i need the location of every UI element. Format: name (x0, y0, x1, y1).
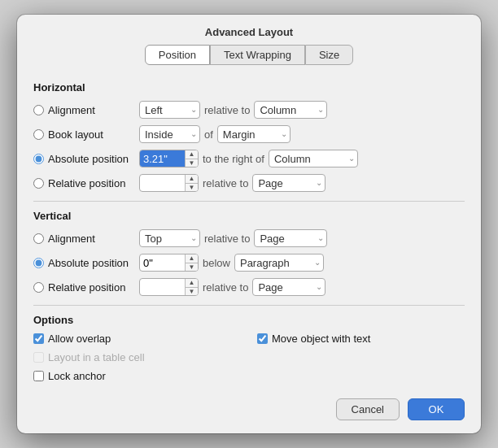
h-absolute-radio-label[interactable]: Absolute position (33, 153, 139, 165)
alignment-value-select[interactable]: LeftCenterRight (139, 101, 200, 119)
h-relative-position-row: Relative position ▲ ▼ relative to PageMa… (33, 173, 465, 193)
alignment-select[interactable]: LeftCenterRight (139, 101, 200, 119)
alignment-radio[interactable] (33, 105, 44, 115)
v-absolute-label: Absolute position (48, 257, 129, 269)
layout-table-cell-text: Layout in a table cell (48, 351, 145, 363)
h-relative-label: Relative position (48, 177, 125, 189)
v-absolute-spinner[interactable]: ▲ ▼ (139, 254, 199, 272)
options-left-col: Allow overlap Layout in a table cell Loc… (33, 333, 241, 382)
tab-text-wrapping[interactable]: Text Wrapping (210, 45, 305, 65)
lock-anchor-label[interactable]: Lock anchor (33, 370, 241, 382)
cancel-button[interactable]: Cancel (336, 398, 400, 420)
h-relative-to-select[interactable]: PageMargin (252, 174, 325, 192)
layout-table-cell-checkbox[interactable] (33, 352, 44, 363)
alignment-relative-select[interactable]: ColumnMarginPage (254, 101, 327, 119)
h-absolute-right-label: to the right of (203, 153, 264, 165)
v-alignment-relative-select[interactable]: PageMargin (254, 229, 327, 247)
v-absolute-below-value[interactable]: ParagraphMarginPage (234, 254, 324, 272)
h-absolute-right-value[interactable]: ColumnMarginPage (269, 150, 358, 167)
book-layout-label: Book layout (48, 128, 103, 141)
v-absolute-position-row: Absolute position ▲ ▼ below ParagraphMar… (33, 253, 465, 272)
h-absolute-arrows[interactable]: ▲ ▼ (185, 150, 198, 167)
h-relative-to-value[interactable]: PageMargin (252, 174, 325, 192)
book-layout-radio[interactable] (33, 129, 44, 140)
h-absolute-radio[interactable] (33, 154, 44, 164)
v-alignment-row: Alignment TopCenterBottom relative to Pa… (33, 228, 465, 248)
v-absolute-arrows[interactable]: ▲ ▼ (185, 254, 198, 272)
allow-overlap-label[interactable]: Allow overlap (33, 333, 241, 345)
book-layout-of-select[interactable]: MarginPage (217, 125, 290, 143)
dialog-title: Advanced Layout (17, 15, 481, 45)
move-object-text: Move object with text (272, 333, 370, 345)
h-absolute-position-row: Absolute position ▲ ▼ to the right of Co… (33, 149, 465, 168)
h-absolute-right-select[interactable]: ColumnMarginPage (269, 150, 358, 167)
tab-position[interactable]: Position (145, 45, 210, 65)
h-relative-down[interactable]: ▼ (186, 184, 198, 193)
horizontal-alignment-row: Alignment LeftCenterRight relative to Co… (33, 100, 465, 120)
alignment-radio-label[interactable]: Alignment (33, 104, 139, 116)
book-layout-select[interactable]: InsideOutside (139, 125, 200, 143)
vertical-section-title: Vertical (33, 210, 465, 222)
v-absolute-radio-label[interactable]: Absolute position (33, 257, 139, 269)
h-absolute-up[interactable]: ▲ (186, 150, 198, 159)
move-object-checkbox[interactable] (257, 333, 268, 344)
book-layout-radio-label[interactable]: Book layout (33, 128, 139, 141)
book-layout-of-value[interactable]: MarginPage (217, 125, 290, 143)
book-layout-value-select[interactable]: InsideOutside (139, 125, 200, 143)
lock-anchor-checkbox[interactable] (33, 371, 44, 381)
h-relative-spinner[interactable]: ▲ ▼ (139, 174, 199, 192)
v-relative-radio-label[interactable]: Relative position (33, 281, 139, 294)
v-alignment-relative-label: relative to (204, 233, 250, 245)
h-relative-value[interactable] (140, 175, 185, 191)
v-alignment-value-select[interactable]: TopCenterBottom (139, 229, 200, 247)
v-relative-up[interactable]: ▲ (186, 278, 198, 288)
v-alignment-relative-value[interactable]: PageMargin (254, 229, 327, 247)
main-content: Horizontal Alignment LeftCenterRight rel… (17, 73, 481, 390)
v-alignment-radio-label[interactable]: Alignment (33, 233, 139, 245)
h-absolute-label: Absolute position (48, 153, 129, 165)
v-alignment-label: Alignment (48, 233, 95, 245)
v-absolute-radio[interactable] (33, 258, 44, 268)
v-relative-to-label: relative to (203, 281, 248, 294)
tab-bar: Position Text Wrapping Size (17, 45, 481, 65)
v-alignment-select[interactable]: TopCenterBottom (139, 229, 200, 247)
v-relative-arrows[interactable]: ▲ ▼ (185, 278, 198, 296)
ok-button[interactable]: OK (408, 398, 465, 420)
horizontal-divider (33, 201, 465, 202)
v-relative-down[interactable]: ▼ (186, 288, 198, 297)
v-absolute-down[interactable]: ▼ (186, 263, 198, 272)
layout-table-cell-label[interactable]: Layout in a table cell (33, 351, 241, 363)
dialog-footer: Cancel OK (17, 390, 481, 433)
allow-overlap-text: Allow overlap (48, 333, 111, 345)
allow-overlap-checkbox[interactable] (33, 333, 44, 344)
v-relative-position-row: Relative position ▲ ▼ relative to PageMa… (33, 277, 465, 297)
vertical-divider (33, 305, 465, 306)
h-relative-arrows[interactable]: ▲ ▼ (185, 174, 198, 192)
book-layout-row: Book layout InsideOutside of MarginPage (33, 124, 465, 144)
h-absolute-spinner[interactable]: ▲ ▼ (139, 150, 199, 167)
v-relative-value[interactable] (140, 279, 185, 295)
tab-size[interactable]: Size (305, 45, 353, 65)
alignment-relative-label: relative to (204, 104, 250, 116)
v-absolute-up[interactable]: ▲ (186, 254, 198, 263)
h-absolute-value[interactable] (140, 150, 185, 167)
h-relative-to-label: relative to (203, 177, 248, 189)
v-relative-label: Relative position (48, 281, 125, 294)
v-relative-to-value[interactable]: PageMargin (252, 278, 325, 296)
options-right-col: Move object with text (257, 333, 465, 382)
v-absolute-below-label: below (203, 257, 230, 269)
h-relative-radio[interactable] (33, 178, 44, 189)
v-absolute-value[interactable] (140, 254, 185, 271)
h-relative-up[interactable]: ▲ (186, 174, 198, 184)
v-alignment-radio[interactable] (33, 233, 44, 244)
v-relative-to-select[interactable]: PageMargin (252, 278, 325, 296)
h-absolute-down[interactable]: ▼ (186, 159, 198, 168)
dialog: Advanced Layout Position Text Wrapping S… (17, 15, 481, 433)
v-relative-radio[interactable] (33, 282, 44, 293)
v-absolute-below-select[interactable]: ParagraphMarginPage (234, 254, 324, 272)
horizontal-section-title: Horizontal (33, 81, 465, 94)
alignment-relative-value[interactable]: ColumnMarginPage (254, 101, 327, 119)
h-relative-radio-label[interactable]: Relative position (33, 177, 139, 189)
move-object-label[interactable]: Move object with text (257, 333, 465, 345)
v-relative-spinner[interactable]: ▲ ▼ (139, 278, 199, 296)
